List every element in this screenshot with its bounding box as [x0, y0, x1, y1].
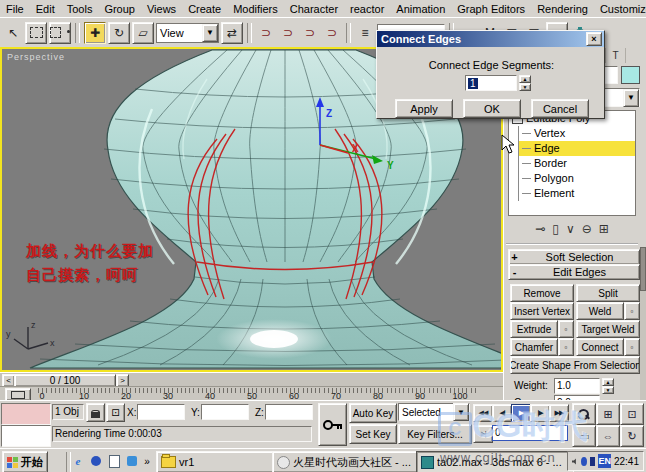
- remove-modifier-icon[interactable]: ⊖: [582, 222, 592, 236]
- maxscript-listener-pane[interactable]: [1, 425, 51, 447]
- weight-field[interactable]: 1.0: [554, 378, 600, 394]
- taskbar-button-3dsmax[interactable]: ta02.max - 3ds max 6 - ...: [416, 451, 574, 472]
- rollout-scrollbar[interactable]: [640, 247, 646, 400]
- menu-animation[interactable]: Animation: [390, 2, 451, 16]
- language-badge[interactable]: EN: [598, 454, 611, 468]
- segments-field[interactable]: 1: [465, 75, 517, 91]
- previous-frame-button[interactable]: ◀|: [492, 404, 512, 422]
- segments-spinner[interactable]: ▲▼: [519, 75, 531, 91]
- split-button[interactable]: Split: [576, 284, 640, 302]
- menu-edit[interactable]: Edit: [30, 2, 61, 16]
- reference-coordinate-dropdown[interactable]: View ▼: [156, 23, 219, 43]
- insert-vertex-button[interactable]: Insert Vertex: [510, 302, 574, 320]
- key-filters-button[interactable]: Key Filters...: [398, 424, 472, 444]
- viewport-label[interactable]: Perspective: [7, 52, 65, 62]
- connect-button[interactable]: Connect: [576, 338, 624, 356]
- weight-spinner[interactable]: ▲▼: [602, 378, 614, 394]
- connect-settings-icon[interactable]: ▫: [624, 338, 640, 356]
- start-button[interactable]: 开始: [2, 451, 48, 472]
- taskbar-button-forum[interactable]: 火星时代动画大社区 - ...: [272, 451, 422, 472]
- pin-stack-icon[interactable]: ⊸: [535, 222, 545, 236]
- quick-launch-more-icon[interactable]: »: [142, 453, 152, 469]
- make-unique-icon[interactable]: ∨: [566, 222, 575, 236]
- menu-reactor[interactable]: reactor: [344, 2, 390, 16]
- pan-icon[interactable]: ⇔: [596, 425, 620, 447]
- current-frame-field[interactable]: 0: [492, 425, 568, 441]
- menu-rendering[interactable]: Rendering: [531, 2, 594, 16]
- zoom-all-icon[interactable]: ⊞: [596, 403, 620, 425]
- internet-explorer-icon[interactable]: e: [70, 453, 86, 469]
- show-end-result-icon[interactable]: ▯: [552, 222, 559, 236]
- rollout-edit-edges[interactable]: - Edit Edges: [508, 264, 640, 280]
- go-to-start-button[interactable]: ◀◀: [473, 404, 493, 422]
- set-key-button[interactable]: Set Key: [349, 424, 397, 444]
- dialog-title-bar[interactable]: Connect Edges ×: [377, 31, 604, 47]
- named-selection-sets-icon[interactable]: ≡: [355, 23, 375, 43]
- notepad-icon[interactable]: [106, 453, 122, 469]
- y-coordinate-field[interactable]: [201, 404, 249, 420]
- media-player-icon[interactable]: [124, 453, 140, 469]
- extrude-button[interactable]: Extrude: [510, 320, 558, 338]
- menu-modifiers[interactable]: Modifiers: [227, 2, 284, 16]
- messenger-icon[interactable]: [88, 453, 104, 469]
- configure-modifier-sets-icon[interactable]: ⊞: [599, 222, 609, 236]
- mirror-icon[interactable]: ⇄: [221, 22, 243, 44]
- stack-item-border[interactable]: Border: [519, 156, 635, 171]
- taskbar-button-vr1[interactable]: vr1: [156, 451, 278, 472]
- chevron-down-icon[interactable]: ▼: [623, 89, 639, 107]
- select-and-scale-button[interactable]: ▱: [132, 22, 154, 44]
- menu-customize[interactable]: Customize: [594, 2, 646, 16]
- angle-snap-icon[interactable]: ⊃: [278, 23, 298, 43]
- stack-item-edge-selected[interactable]: Edge: [519, 141, 635, 156]
- key-mode-dropdown[interactable]: Selected ▼: [398, 403, 470, 421]
- select-and-rotate-button[interactable]: ↻: [108, 22, 130, 44]
- ok-button[interactable]: OK: [463, 99, 521, 118]
- absolute-offset-toggle-icon[interactable]: ⊡: [106, 403, 125, 422]
- window-crossing-icon[interactable]: [49, 22, 71, 44]
- track-bar[interactable]: 0 10 20 30 40 50 60 70 80 90 100: [0, 386, 503, 400]
- menu-file[interactable]: File: [0, 2, 30, 16]
- chamfer-button[interactable]: Chamfer: [510, 338, 558, 356]
- zoom-icon[interactable]: [572, 403, 596, 425]
- menu-group[interactable]: Group: [98, 2, 141, 16]
- cancel-button[interactable]: Cancel: [531, 99, 589, 118]
- create-shape-button[interactable]: Create Shape From Selection: [510, 356, 640, 374]
- spinner-snap-icon[interactable]: ⊃: [322, 23, 342, 43]
- menu-views[interactable]: Views: [141, 2, 182, 16]
- arc-rotate-icon[interactable]: ↻: [620, 425, 644, 447]
- stack-item-polygon[interactable]: Polygon: [519, 171, 635, 186]
- auto-key-button[interactable]: Auto Key: [349, 403, 397, 423]
- region-zoom-icon[interactable]: ▭: [572, 425, 596, 447]
- extrude-settings-icon[interactable]: ▫: [558, 320, 574, 338]
- go-to-end-button[interactable]: ▶▶: [549, 404, 569, 422]
- rollout-soft-selection[interactable]: + Soft Selection: [508, 249, 640, 265]
- next-frame-button[interactable]: |▶: [530, 404, 550, 422]
- rectangular-selection-region-icon[interactable]: [25, 22, 47, 44]
- close-icon[interactable]: ×: [586, 32, 602, 46]
- play-button[interactable]: ▶: [511, 404, 531, 422]
- key-mode-toggle-button[interactable]: ▶|: [473, 425, 493, 443]
- stack-item-vertex[interactable]: Vertex: [519, 126, 635, 141]
- set-key-big-button[interactable]: [318, 403, 347, 446]
- menu-character[interactable]: Character: [284, 2, 344, 16]
- remove-button[interactable]: Remove: [510, 284, 574, 302]
- apply-button[interactable]: Apply: [395, 99, 453, 118]
- clock[interactable]: 22:41: [614, 456, 639, 467]
- weld-settings-icon[interactable]: ▫: [624, 302, 640, 320]
- target-weld-button[interactable]: Target Weld: [576, 320, 640, 338]
- stack-item-element[interactable]: Element: [519, 186, 635, 201]
- selection-lock-icon[interactable]: [86, 403, 105, 422]
- menu-create[interactable]: Create: [182, 2, 227, 16]
- z-coordinate-field[interactable]: [265, 404, 313, 420]
- menu-graph-editors[interactable]: Graph Editors: [451, 2, 531, 16]
- chevron-down-icon[interactable]: ▼: [453, 403, 469, 421]
- x-coordinate-field[interactable]: [137, 404, 185, 420]
- messenger-tray-icon[interactable]: [581, 457, 587, 466]
- weld-button[interactable]: Weld: [576, 302, 624, 320]
- select-object-icon[interactable]: ↖: [3, 23, 23, 43]
- percent-snap-icon[interactable]: ⊃: [300, 23, 320, 43]
- tab-utilities[interactable]: T: [606, 48, 626, 63]
- ime-tray-icon[interactable]: [590, 457, 596, 466]
- snap-toggle-icon[interactable]: ⊃: [256, 23, 276, 43]
- chevron-down-icon[interactable]: ▼: [202, 24, 218, 42]
